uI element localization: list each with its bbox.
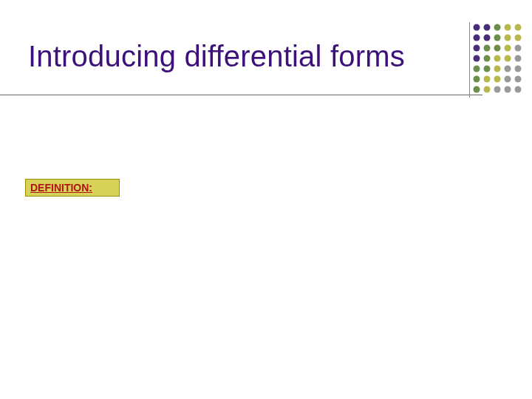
svg-point-14 xyxy=(515,45,522,52)
slide-title: Introducing differential forms xyxy=(28,40,405,73)
svg-point-27 xyxy=(494,76,501,83)
svg-point-23 xyxy=(505,66,511,72)
svg-point-8 xyxy=(505,35,511,41)
definition-box: DEFINITION: xyxy=(25,179,120,197)
svg-point-18 xyxy=(505,55,511,62)
svg-point-4 xyxy=(515,24,522,31)
svg-point-21 xyxy=(484,66,491,72)
svg-point-19 xyxy=(515,55,522,62)
svg-point-25 xyxy=(474,76,480,83)
svg-point-12 xyxy=(494,45,501,52)
svg-point-5 xyxy=(474,35,480,41)
svg-point-6 xyxy=(484,35,491,41)
svg-point-22 xyxy=(494,66,501,72)
svg-point-30 xyxy=(474,86,480,93)
svg-point-3 xyxy=(505,24,511,31)
dot-grid-icon xyxy=(471,22,523,98)
svg-point-7 xyxy=(494,35,501,41)
title-underline xyxy=(0,95,482,95)
svg-point-34 xyxy=(515,86,522,93)
decoration-separator xyxy=(469,22,470,98)
svg-point-1 xyxy=(484,24,491,31)
svg-point-11 xyxy=(484,45,491,52)
svg-point-29 xyxy=(515,76,522,83)
svg-point-15 xyxy=(474,55,480,62)
svg-point-24 xyxy=(515,66,522,72)
svg-point-9 xyxy=(515,35,522,41)
svg-point-17 xyxy=(494,55,501,62)
definition-label: DEFINITION: xyxy=(30,182,92,194)
svg-point-2 xyxy=(494,24,501,31)
slide: Introducing differential forms DEFINITIO… xyxy=(0,0,532,399)
svg-point-16 xyxy=(484,55,491,62)
svg-point-31 xyxy=(484,86,491,93)
svg-point-32 xyxy=(494,86,501,93)
svg-point-10 xyxy=(474,45,480,52)
svg-point-0 xyxy=(474,24,480,31)
svg-point-26 xyxy=(484,76,491,83)
svg-point-20 xyxy=(474,66,480,72)
svg-point-13 xyxy=(505,45,511,52)
svg-point-28 xyxy=(505,76,511,83)
svg-point-33 xyxy=(505,86,511,93)
